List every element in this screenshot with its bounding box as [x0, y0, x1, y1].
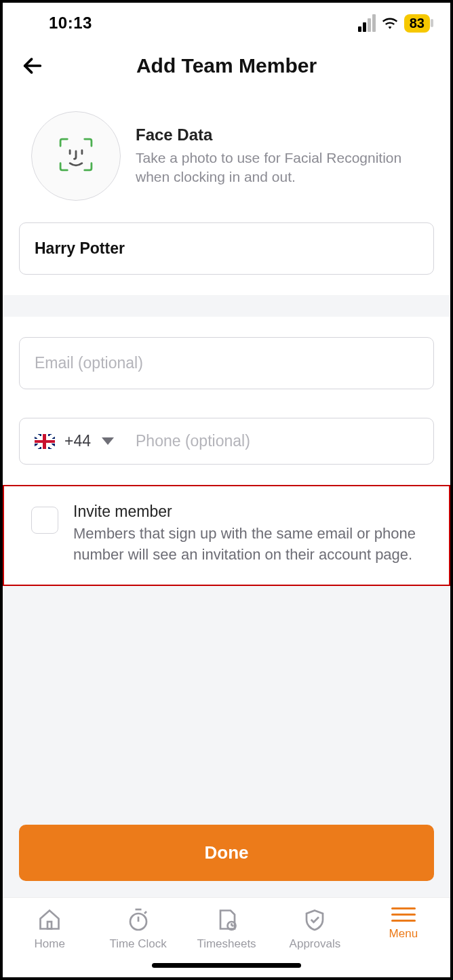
face-data-text: Face Data Take a photo to use for Facial…	[136, 125, 422, 187]
face-data-row[interactable]: Face Data Take a photo to use for Facial…	[19, 92, 434, 222]
tab-approvals-label: Approvals	[290, 937, 341, 951]
face-photo-placeholder[interactable]	[31, 111, 121, 201]
page-header: Add Team Member	[3, 42, 450, 92]
stopwatch-icon	[126, 907, 151, 932]
status-time: 10:13	[49, 14, 92, 33]
phone-input[interactable]	[136, 432, 418, 450]
arrow-left-icon	[21, 54, 44, 77]
face-data-section: Face Data Take a photo to use for Facial…	[3, 92, 450, 295]
invite-text: Invite member Members that sign up with …	[73, 503, 433, 566]
contact-section: +44	[3, 317, 450, 485]
svg-line-7	[144, 912, 146, 914]
shield-check-icon	[302, 907, 327, 932]
home-indicator	[152, 963, 301, 968]
invite-title: Invite member	[73, 503, 433, 521]
face-id-icon	[57, 136, 95, 176]
spacer	[3, 586, 450, 825]
status-right: 83	[358, 14, 430, 33]
svg-rect-3	[47, 922, 52, 929]
invite-checkbox[interactable]	[31, 507, 58, 534]
country-code[interactable]: +44	[64, 432, 91, 450]
invite-desc: Members that sign up with the same email…	[73, 524, 433, 566]
done-wrap: Done	[3, 825, 450, 897]
tab-menu-label: Menu	[389, 927, 418, 941]
tab-timeclock-label: Time Clock	[109, 937, 166, 951]
tab-bar: Home Time Clock Timesheets Approvals Men…	[3, 897, 450, 962]
tab-timesheets-label: Timesheets	[197, 937, 256, 951]
uk-flag-icon[interactable]	[35, 434, 55, 449]
invite-member-block: Invite member Members that sign up with …	[3, 485, 450, 586]
tab-home-label: Home	[35, 937, 65, 951]
tab-approvals[interactable]: Approvals	[271, 907, 359, 951]
menu-icon	[391, 907, 416, 922]
status-bar: 10:13 83	[3, 3, 450, 42]
cellular-signal-icon	[358, 14, 376, 32]
timesheets-icon	[214, 907, 239, 932]
wifi-icon	[381, 16, 399, 30]
face-data-desc: Take a photo to use for Facial Recogniti…	[136, 149, 422, 187]
chevron-down-icon[interactable]	[102, 437, 114, 445]
back-button[interactable]	[19, 52, 46, 79]
battery-level: 83	[404, 14, 430, 33]
content: Face Data Take a photo to use for Facial…	[3, 92, 450, 897]
section-gap	[3, 295, 450, 317]
name-input-wrap	[19, 222, 434, 295]
done-button[interactable]: Done	[19, 825, 434, 881]
page-title: Add Team Member	[19, 54, 434, 77]
tab-timesheets[interactable]: Timesheets	[182, 907, 271, 951]
name-input[interactable]	[19, 222, 434, 275]
tab-menu[interactable]: Menu	[359, 907, 448, 941]
tab-timeclock[interactable]: Time Clock	[94, 907, 182, 951]
home-icon	[37, 907, 62, 932]
face-data-title: Face Data	[136, 125, 422, 144]
email-input[interactable]	[19, 337, 434, 389]
phone-row: +44	[19, 418, 434, 465]
tab-home[interactable]: Home	[5, 907, 94, 951]
